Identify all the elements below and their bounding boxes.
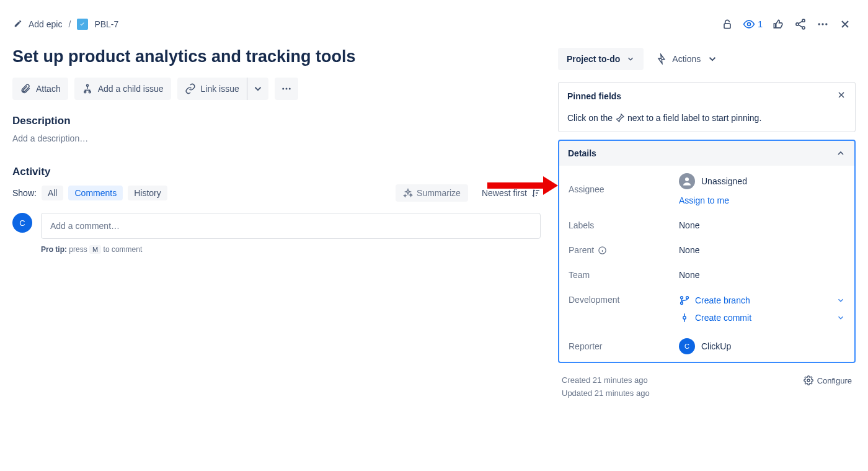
- field-labels: Labels None: [559, 213, 854, 238]
- configure-label: Configure: [817, 376, 852, 385]
- pinned-title: Pinned fields: [567, 91, 621, 101]
- svg-point-9: [84, 91, 86, 93]
- show-label: Show:: [12, 188, 37, 198]
- issue-title[interactable]: Set up product analytics and tracking to…: [12, 47, 541, 66]
- add-child-label: Add a child issue: [98, 84, 164, 94]
- tab-history[interactable]: History: [128, 186, 167, 200]
- watch-count: 1: [758, 19, 763, 29]
- svg-point-5: [818, 23, 820, 25]
- updated-meta: Updated 21 minutes ago: [562, 388, 650, 398]
- created-meta: Created 21 minutes ago: [562, 375, 650, 385]
- vote-icon[interactable]: [768, 14, 789, 35]
- svg-point-10: [89, 91, 91, 93]
- svg-point-13: [289, 88, 291, 90]
- assignee-label: Assignee: [569, 184, 668, 194]
- tab-all[interactable]: All: [42, 186, 64, 200]
- field-parent: Parent None: [559, 238, 854, 262]
- sort-label: Newest first: [482, 188, 527, 198]
- svg-point-8: [86, 84, 88, 86]
- pinned-fields-panel: Pinned fields Click on the next to a fie…: [558, 82, 856, 132]
- pro-tip: Pro tip: press M to comment: [41, 245, 541, 254]
- link-issue-button[interactable]: Link issue: [177, 78, 247, 100]
- issue-key-link[interactable]: PBL-7: [94, 19, 118, 29]
- details-panel: Details Assignee Unassigned Assign to me…: [558, 140, 856, 363]
- status-dropdown[interactable]: Project to-do: [558, 48, 644, 70]
- field-assignee: Assignee Unassigned Assign to me: [559, 166, 854, 213]
- summarize-label: Summarize: [417, 188, 461, 198]
- actions-menu[interactable]: Actions: [652, 47, 720, 71]
- activity-heading: Activity: [12, 166, 541, 178]
- svg-point-16: [681, 297, 683, 299]
- pro-tip-label: Pro tip:: [41, 245, 67, 254]
- pro-tip-suffix: to comment: [104, 245, 143, 254]
- close-icon[interactable]: [835, 14, 856, 35]
- svg-point-14: [685, 177, 689, 181]
- add-child-button[interactable]: Add a child issue: [74, 78, 171, 100]
- sort-button[interactable]: Newest first: [482, 188, 541, 198]
- chevron-up-icon: [836, 148, 846, 158]
- field-development: Development Create branch Create commit: [559, 287, 854, 331]
- create-branch-link[interactable]: Create branch: [679, 295, 845, 306]
- user-avatar: C: [12, 213, 32, 233]
- comment-input[interactable]: Add a comment…: [41, 213, 541, 239]
- commit-icon: [679, 312, 690, 323]
- pro-tip-prefix: press: [69, 245, 89, 254]
- main-column: Set up product analytics and tracking to…: [12, 47, 541, 403]
- link-issue-split: Link issue: [177, 78, 268, 100]
- parent-value[interactable]: None: [679, 245, 845, 255]
- share-icon[interactable]: [790, 14, 811, 35]
- pinned-close-icon[interactable]: [836, 90, 846, 102]
- attach-button[interactable]: Attach: [12, 78, 68, 100]
- assign-to-me-link[interactable]: Assign to me: [679, 195, 845, 205]
- labels-value[interactable]: None: [679, 220, 845, 230]
- reporter-text: ClickUp: [701, 341, 731, 351]
- link-issue-dropdown[interactable]: [247, 78, 268, 100]
- field-team: Team None: [559, 262, 854, 287]
- svg-point-11: [282, 88, 284, 90]
- team-label: Team: [569, 270, 668, 280]
- assignee-text: Unassigned: [701, 176, 747, 186]
- svg-point-17: [686, 297, 689, 299]
- status-label: Project to-do: [567, 54, 620, 64]
- more-icon[interactable]: [812, 14, 833, 35]
- header-toolbar: 1: [717, 14, 856, 35]
- lock-icon[interactable]: [717, 14, 738, 35]
- svg-point-18: [681, 302, 683, 305]
- create-commit-label: Create commit: [695, 313, 751, 323]
- development-label: Development: [569, 295, 668, 305]
- breadcrumb-separator: /: [68, 19, 71, 29]
- chevron-down-icon[interactable]: [836, 313, 845, 322]
- description-input[interactable]: Add a description…: [12, 133, 541, 143]
- chevron-down-icon[interactable]: [836, 296, 845, 305]
- edit-icon: [14, 19, 22, 30]
- create-branch-label: Create branch: [695, 295, 750, 305]
- field-reporter: Reporter C ClickUp: [559, 331, 854, 362]
- reporter-label: Reporter: [569, 341, 668, 351]
- add-epic-link[interactable]: Add epic: [29, 19, 62, 29]
- task-type-icon: [77, 19, 88, 30]
- svg-point-1: [748, 23, 751, 26]
- watch-button[interactable]: 1: [739, 14, 766, 35]
- details-header[interactable]: Details: [559, 141, 854, 166]
- activity-filter-row: Show: All Comments History: [12, 186, 167, 200]
- actions-label: Actions: [672, 54, 701, 64]
- team-value[interactable]: None: [679, 270, 845, 280]
- summarize-button[interactable]: Summarize: [396, 184, 468, 202]
- tab-comments[interactable]: Comments: [68, 186, 123, 200]
- configure-button[interactable]: Configure: [804, 375, 852, 385]
- assignee-value[interactable]: Unassigned: [679, 173, 845, 189]
- create-commit-link[interactable]: Create commit: [679, 312, 845, 323]
- details-title: Details: [568, 148, 596, 158]
- info-icon[interactable]: [598, 246, 607, 255]
- action-toolbar: Attach Add a child issue Link issue: [12, 78, 541, 100]
- breadcrumb: Add epic / PBL-7 1: [12, 12, 856, 47]
- svg-rect-0: [724, 24, 730, 28]
- reporter-value[interactable]: C ClickUp: [679, 338, 845, 354]
- svg-point-19: [683, 316, 686, 320]
- branch-icon: [679, 295, 690, 306]
- side-column: Project to-do Actions Pinned fields Clic…: [558, 47, 856, 403]
- parent-label: Parent: [569, 245, 668, 255]
- more-actions-button[interactable]: [275, 78, 298, 100]
- gear-icon: [804, 375, 813, 385]
- unassigned-avatar-icon: [679, 173, 695, 189]
